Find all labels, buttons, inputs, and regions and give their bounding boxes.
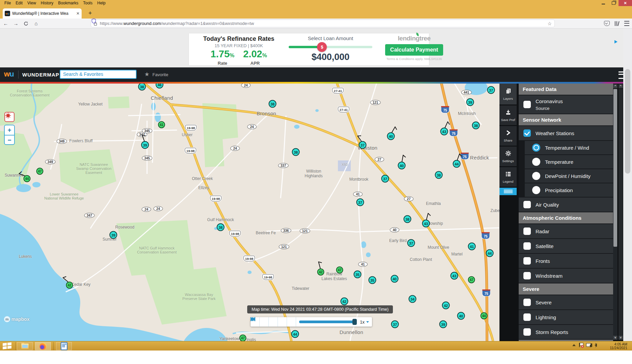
coronavirus-layer-button[interactable]	[4, 112, 15, 122]
station-marker[interactable]: 44	[453, 160, 461, 168]
checkbox-unchecked[interactable]	[523, 299, 531, 306]
minimize-button[interactable]	[598, 0, 608, 6]
radio-unselected[interactable]	[532, 172, 540, 180]
layer-row-weather-stations[interactable]: Weather Stations	[519, 126, 613, 141]
layer-row-precipitation[interactable]: Precipitation	[525, 183, 613, 198]
station-marker[interactable]: 37	[381, 175, 389, 183]
pocket-icon[interactable]	[604, 21, 610, 26]
station-marker[interactable]: 43	[422, 220, 430, 228]
page-scrollbar[interactable]	[623, 29, 632, 341]
station-marker[interactable]: 40	[457, 312, 465, 320]
volume-icon[interactable]	[595, 343, 597, 347]
station-marker[interactable]: 38	[292, 148, 300, 156]
taskbar-clock[interactable]: 4:05 AM 11/24/2021	[610, 342, 627, 350]
station-marker[interactable]: 44	[481, 312, 488, 320]
station-marker[interactable]: 44	[486, 249, 494, 257]
panel-scrollbar-track[interactable]	[619, 89, 623, 336]
adchoices-icon[interactable]	[614, 40, 617, 43]
browser-tab[interactable]: wu WunderMap® | Interactive Wea ✕	[3, 8, 82, 19]
restore-button[interactable]	[608, 0, 619, 6]
layer-source-link[interactable]: Source	[536, 106, 563, 111]
station-marker[interactable]: 41	[468, 243, 476, 250]
tab-close-icon[interactable]: ✕	[76, 11, 80, 16]
firefox-button[interactable]	[35, 342, 51, 350]
layer-row-lightning[interactable]: Lightning	[519, 310, 613, 325]
scroll-up-icon[interactable]: ^	[619, 84, 623, 88]
station-marker[interactable]: 42	[341, 298, 348, 305]
station-marker[interactable]: 40	[391, 275, 399, 283]
station-marker[interactable]: 39	[439, 321, 447, 328]
checkbox-unchecked[interactable]	[523, 272, 531, 279]
menu-bookmarks[interactable]: Bookmarks	[56, 1, 81, 5]
document-app-button[interactable]	[56, 342, 72, 350]
radio-selected[interactable]	[532, 144, 540, 152]
station-marker[interactable]: 40	[398, 162, 406, 170]
checkbox-unchecked[interactable]	[523, 313, 531, 321]
rewind-icon[interactable]	[260, 317, 269, 327]
layer-row-windstream[interactable]: Windstream	[519, 269, 613, 283]
file-explorer-button[interactable]	[17, 342, 33, 350]
layer-row-severe[interactable]: Severe	[519, 295, 613, 310]
station-marker[interactable]: 42	[442, 302, 450, 309]
zoom-in-button[interactable]: +	[5, 125, 14, 135]
station-marker[interactable]: 42	[317, 269, 324, 276]
action-center-icon[interactable]: x	[579, 343, 583, 347]
station-marker[interactable]: 38	[404, 215, 411, 223]
radio-unselected[interactable]	[532, 186, 540, 194]
checkbox-unchecked[interactable]	[523, 228, 531, 235]
layer-row-dewpoint-humidity[interactable]: DewPoint / Humidity	[525, 169, 613, 183]
station-marker[interactable]: 37	[356, 199, 364, 206]
checkbox-unchecked[interactable]	[523, 242, 531, 250]
layer-row-storm-reports[interactable]: Storm Reports	[519, 325, 613, 340]
station-marker[interactable]: 39	[466, 98, 474, 106]
checkbox-unchecked[interactable]	[523, 101, 531, 108]
time-slider-thumb[interactable]	[352, 319, 357, 325]
mapbox-attribution[interactable]: m mapbox	[4, 316, 30, 322]
station-marker[interactable]: 41	[158, 121, 165, 128]
library-icon[interactable]	[614, 21, 620, 26]
station-marker[interactable]: 35	[354, 271, 362, 278]
station-marker[interactable]: 38	[435, 171, 443, 179]
checkbox-unchecked[interactable]	[523, 328, 531, 336]
menu-help[interactable]: Help	[95, 1, 108, 5]
scroll-down-icon[interactable]: v	[619, 336, 623, 340]
favorite-star-icon[interactable]: ★	[144, 71, 149, 78]
station-marker[interactable]: 47	[36, 168, 44, 175]
station-marker[interactable]: 38	[472, 122, 480, 129]
rail-layers-button[interactable]: Layers	[499, 84, 517, 104]
station-marker[interactable]: 39	[110, 231, 117, 239]
favorite-label[interactable]: Favorite	[152, 72, 168, 77]
checkbox-unchecked[interactable]	[523, 201, 531, 208]
station-marker[interactable]: 43	[451, 272, 458, 280]
station-marker[interactable]: 42	[66, 282, 73, 289]
checkbox-unchecked[interactable]	[523, 257, 531, 265]
station-marker[interactable]: 38	[217, 223, 225, 231]
layer-row-coronavirus[interactable]: CoronavirusSource	[519, 95, 613, 114]
station-marker[interactable]: 47	[336, 267, 343, 274]
address-bar[interactable]: https://www.wunderground.com/wundermap?r…	[91, 20, 555, 27]
tracking-shield-icon[interactable]	[92, 19, 96, 24]
slider-thumb[interactable]: $	[317, 42, 327, 52]
menu-tools[interactable]: Tools	[81, 1, 95, 5]
rail-share-button[interactable]: Share	[499, 126, 517, 146]
station-marker[interactable]: 44	[24, 175, 31, 182]
fast-forward-icon[interactable]	[278, 317, 287, 327]
menu-edit[interactable]: Edit	[13, 1, 25, 5]
layer-row-air-quality[interactable]: Air Quality	[519, 198, 613, 212]
station-marker[interactable]: 47	[239, 335, 247, 341]
reload-icon[interactable]	[22, 20, 30, 27]
station-marker[interactable]: 37	[391, 321, 399, 328]
time-slider[interactable]	[299, 321, 357, 323]
station-marker[interactable]: 37	[359, 141, 367, 149]
speed-dropdown-icon[interactable]	[366, 321, 369, 323]
rail-settings-button[interactable]: Settings	[499, 147, 517, 166]
page-scrollbar-thumb[interactable]	[625, 69, 630, 174]
menu-file[interactable]: File	[2, 1, 13, 5]
layer-row-radar[interactable]: Radar	[519, 224, 613, 239]
new-tab-button[interactable]: +	[88, 9, 92, 17]
station-marker[interactable]: 43	[440, 128, 448, 135]
station-marker[interactable]: 38	[269, 100, 277, 108]
radio-unselected[interactable]	[532, 158, 540, 166]
station-marker[interactable]: 39	[141, 141, 149, 149]
menu-view[interactable]: View	[25, 1, 38, 5]
